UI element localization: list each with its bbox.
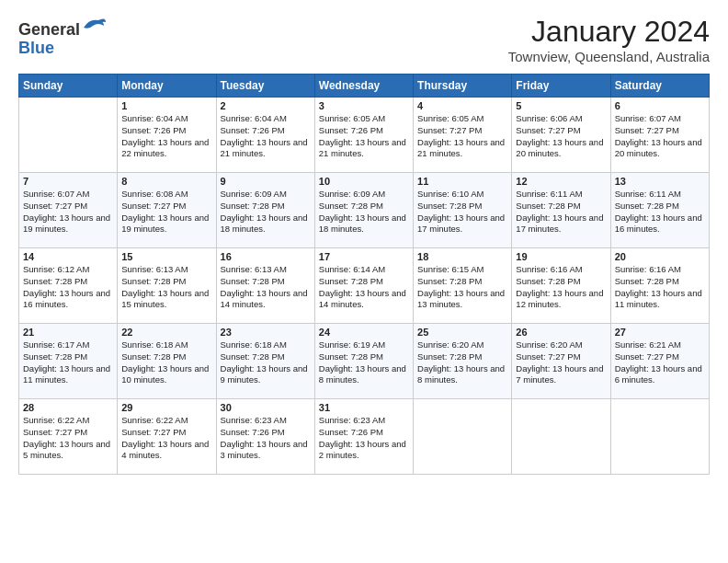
calendar-cell: 24 Sunrise: 6:19 AMSunset: 7:28 PMDaylig… bbox=[314, 324, 413, 399]
cell-content: Sunrise: 6:21 AMSunset: 7:27 PMDaylight:… bbox=[615, 339, 702, 385]
cell-content: Sunrise: 6:05 AMSunset: 7:26 PMDaylight:… bbox=[319, 113, 406, 158]
cell-content: Sunrise: 6:07 AMSunset: 7:27 PMDaylight:… bbox=[23, 189, 110, 234]
day-number: 26 bbox=[516, 327, 606, 338]
day-number: 13 bbox=[615, 176, 705, 187]
cell-content: Sunrise: 6:20 AMSunset: 7:28 PMDaylight:… bbox=[417, 339, 505, 385]
cell-content: Sunrise: 6:22 AMSunset: 7:27 PMDaylight:… bbox=[23, 415, 110, 460]
calendar-cell: 11 Sunrise: 6:10 AMSunset: 7:28 PMDaylig… bbox=[414, 173, 512, 248]
header-sunday: Sunday bbox=[19, 75, 118, 98]
calendar-cell: 6 Sunrise: 6:07 AMSunset: 7:27 PMDayligh… bbox=[610, 98, 709, 173]
calendar-cell: 7 Sunrise: 6:07 AMSunset: 7:27 PMDayligh… bbox=[19, 173, 118, 248]
day-number: 27 bbox=[615, 327, 705, 338]
calendar-cell: 9 Sunrise: 6:09 AMSunset: 7:28 PMDayligh… bbox=[216, 173, 314, 248]
day-number: 14 bbox=[23, 251, 113, 262]
location: Townview, Queensland, Australia bbox=[508, 49, 710, 64]
cell-content: Sunrise: 6:08 AMSunset: 7:27 PMDaylight:… bbox=[121, 189, 209, 234]
calendar-cell: 22 Sunrise: 6:18 AMSunset: 7:28 PMDaylig… bbox=[118, 324, 216, 399]
calendar-cell: 18 Sunrise: 6:15 AMSunset: 7:28 PMDaylig… bbox=[414, 248, 512, 324]
week-row-0: 1 Sunrise: 6:04 AMSunset: 7:26 PMDayligh… bbox=[19, 98, 710, 173]
calendar-cell: 13 Sunrise: 6:11 AMSunset: 7:28 PMDaylig… bbox=[610, 173, 709, 248]
day-number: 23 bbox=[221, 327, 311, 338]
day-number: 9 bbox=[221, 176, 311, 187]
cell-content: Sunrise: 6:09 AMSunset: 7:28 PMDaylight:… bbox=[319, 189, 406, 234]
header-thursday: Thursday bbox=[414, 75, 512, 98]
calendar-cell: 10 Sunrise: 6:09 AMSunset: 7:28 PMDaylig… bbox=[314, 173, 413, 248]
calendar-cell: 25 Sunrise: 6:20 AMSunset: 7:28 PMDaylig… bbox=[414, 324, 512, 399]
calendar-cell: 14 Sunrise: 6:12 AMSunset: 7:28 PMDaylig… bbox=[19, 248, 118, 324]
day-number: 15 bbox=[121, 251, 211, 262]
cell-content: Sunrise: 6:11 AMSunset: 7:28 PMDaylight:… bbox=[516, 189, 603, 234]
week-row-4: 28 Sunrise: 6:22 AMSunset: 7:27 PMDaylig… bbox=[19, 399, 710, 475]
calendar-cell: 16 Sunrise: 6:13 AMSunset: 7:28 PMDaylig… bbox=[216, 248, 314, 324]
header-friday: Friday bbox=[512, 75, 610, 98]
calendar-cell: 4 Sunrise: 6:05 AMSunset: 7:27 PMDayligh… bbox=[414, 98, 512, 173]
day-number: 20 bbox=[615, 251, 705, 262]
calendar-cell: 30 Sunrise: 6:23 AMSunset: 7:26 PMDaylig… bbox=[216, 399, 314, 475]
calendar-cell: 3 Sunrise: 6:05 AMSunset: 7:26 PMDayligh… bbox=[314, 98, 413, 173]
calendar-cell bbox=[512, 399, 610, 475]
page: General Blue January 2024 Townview, Quee… bbox=[0, 0, 728, 484]
day-number: 25 bbox=[417, 327, 507, 338]
cell-content: Sunrise: 6:06 AMSunset: 7:27 PMDaylight:… bbox=[516, 113, 603, 158]
day-number: 19 bbox=[516, 251, 606, 262]
logo-general: General bbox=[18, 20, 80, 39]
day-number: 22 bbox=[121, 327, 211, 338]
logo-blue: Blue bbox=[18, 39, 54, 57]
header-saturday: Saturday bbox=[610, 75, 709, 98]
calendar-cell: 20 Sunrise: 6:16 AMSunset: 7:28 PMDaylig… bbox=[610, 248, 709, 324]
logo-text: General Blue bbox=[18, 15, 106, 58]
cell-content: Sunrise: 6:18 AMSunset: 7:28 PMDaylight:… bbox=[121, 339, 209, 385]
cell-content: Sunrise: 6:17 AMSunset: 7:28 PMDaylight:… bbox=[23, 339, 110, 385]
cell-content: Sunrise: 6:16 AMSunset: 7:28 PMDaylight:… bbox=[516, 264, 603, 309]
day-number: 7 bbox=[23, 176, 113, 187]
day-number: 16 bbox=[221, 251, 311, 262]
calendar-cell: 1 Sunrise: 6:04 AMSunset: 7:26 PMDayligh… bbox=[118, 98, 216, 173]
day-number: 12 bbox=[516, 176, 606, 187]
calendar-cell: 29 Sunrise: 6:22 AMSunset: 7:27 PMDaylig… bbox=[118, 399, 216, 475]
day-number: 6 bbox=[615, 100, 705, 111]
cell-content: Sunrise: 6:10 AMSunset: 7:28 PMDaylight:… bbox=[417, 189, 505, 234]
calendar-cell: 28 Sunrise: 6:22 AMSunset: 7:27 PMDaylig… bbox=[19, 399, 118, 475]
header-row: SundayMondayTuesdayWednesdayThursdayFrid… bbox=[19, 75, 710, 98]
week-row-2: 14 Sunrise: 6:12 AMSunset: 7:28 PMDaylig… bbox=[19, 248, 710, 324]
cell-content: Sunrise: 6:23 AMSunset: 7:26 PMDaylight:… bbox=[221, 415, 308, 460]
calendar-cell: 15 Sunrise: 6:13 AMSunset: 7:28 PMDaylig… bbox=[118, 248, 216, 324]
day-number: 11 bbox=[417, 176, 507, 187]
cell-content: Sunrise: 6:04 AMSunset: 7:26 PMDaylight:… bbox=[121, 113, 209, 158]
cell-content: Sunrise: 6:09 AMSunset: 7:28 PMDaylight:… bbox=[221, 189, 308, 234]
calendar-cell: 27 Sunrise: 6:21 AMSunset: 7:27 PMDaylig… bbox=[610, 324, 709, 399]
cell-content: Sunrise: 6:18 AMSunset: 7:28 PMDaylight:… bbox=[221, 339, 308, 385]
cell-content: Sunrise: 6:22 AMSunset: 7:27 PMDaylight:… bbox=[121, 415, 209, 460]
calendar-cell: 26 Sunrise: 6:20 AMSunset: 7:27 PMDaylig… bbox=[512, 324, 610, 399]
cell-content: Sunrise: 6:13 AMSunset: 7:28 PMDaylight:… bbox=[221, 264, 308, 309]
cell-content: Sunrise: 6:20 AMSunset: 7:27 PMDaylight:… bbox=[516, 339, 603, 385]
cell-content: Sunrise: 6:19 AMSunset: 7:28 PMDaylight:… bbox=[319, 339, 406, 385]
week-row-1: 7 Sunrise: 6:07 AMSunset: 7:27 PMDayligh… bbox=[19, 173, 710, 248]
calendar-cell: 12 Sunrise: 6:11 AMSunset: 7:28 PMDaylig… bbox=[512, 173, 610, 248]
logo: General Blue bbox=[18, 15, 106, 58]
calendar-cell: 2 Sunrise: 6:04 AMSunset: 7:26 PMDayligh… bbox=[216, 98, 314, 173]
cell-content: Sunrise: 6:23 AMSunset: 7:26 PMDaylight:… bbox=[319, 415, 406, 460]
day-number: 31 bbox=[319, 402, 409, 413]
day-number: 18 bbox=[417, 251, 507, 262]
calendar-cell bbox=[19, 98, 118, 173]
cell-content: Sunrise: 6:11 AMSunset: 7:28 PMDaylight:… bbox=[615, 189, 702, 234]
day-number: 1 bbox=[121, 100, 211, 111]
cell-content: Sunrise: 6:07 AMSunset: 7:27 PMDaylight:… bbox=[615, 113, 702, 158]
day-number: 21 bbox=[23, 327, 113, 338]
calendar-cell: 21 Sunrise: 6:17 AMSunset: 7:28 PMDaylig… bbox=[19, 324, 118, 399]
logo-bird-icon bbox=[80, 15, 106, 35]
day-number: 29 bbox=[121, 402, 211, 413]
cell-content: Sunrise: 6:16 AMSunset: 7:28 PMDaylight:… bbox=[615, 264, 702, 309]
day-number: 24 bbox=[319, 327, 409, 338]
day-number: 8 bbox=[121, 176, 211, 187]
calendar-cell: 5 Sunrise: 6:06 AMSunset: 7:27 PMDayligh… bbox=[512, 98, 610, 173]
header-monday: Monday bbox=[118, 75, 216, 98]
calendar-cell: 17 Sunrise: 6:14 AMSunset: 7:28 PMDaylig… bbox=[314, 248, 413, 324]
week-row-3: 21 Sunrise: 6:17 AMSunset: 7:28 PMDaylig… bbox=[19, 324, 710, 399]
header-tuesday: Tuesday bbox=[216, 75, 314, 98]
title-area: January 2024 Townview, Queensland, Austr… bbox=[508, 15, 710, 64]
day-number: 3 bbox=[319, 100, 409, 111]
cell-content: Sunrise: 6:04 AMSunset: 7:26 PMDaylight:… bbox=[221, 113, 308, 158]
day-number: 30 bbox=[221, 402, 311, 413]
